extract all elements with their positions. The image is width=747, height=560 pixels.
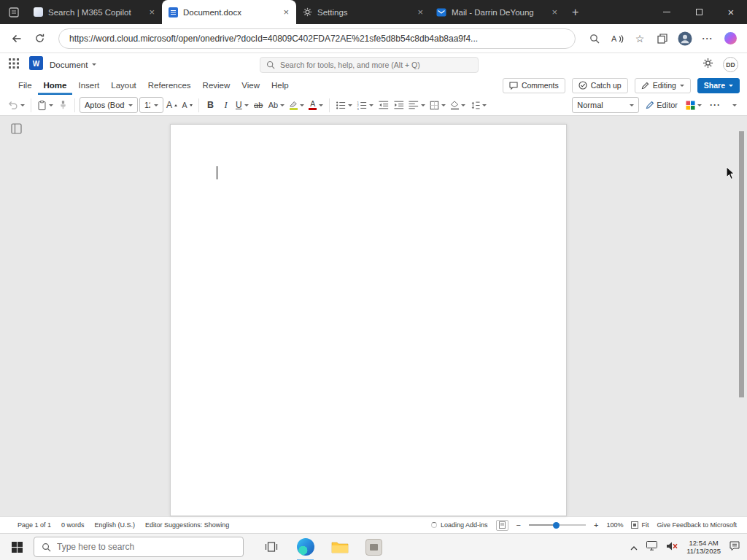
menu-file[interactable]: File bbox=[12, 76, 38, 95]
styles-select[interactable]: Normal bbox=[572, 97, 639, 113]
vertical-scrollbar[interactable] bbox=[739, 116, 745, 516]
address-input[interactable] bbox=[69, 34, 565, 44]
paste-button[interactable] bbox=[36, 96, 55, 114]
catch-up-button[interactable]: Catch up bbox=[572, 78, 628, 93]
word-count[interactable]: 0 words bbox=[61, 521, 85, 529]
shrink-font-button[interactable]: A bbox=[180, 96, 194, 114]
numbering-button[interactable]: 123 bbox=[355, 96, 375, 114]
action-center-icon[interactable] bbox=[729, 540, 740, 553]
close-window-button[interactable]: × bbox=[715, 0, 747, 24]
tab-close-icon[interactable]: × bbox=[147, 7, 156, 17]
new-tab-button[interactable]: + bbox=[565, 6, 586, 19]
share-button[interactable]: Share bbox=[697, 78, 740, 93]
align-button[interactable] bbox=[407, 96, 427, 114]
strikethrough-button[interactable]: ab bbox=[252, 96, 266, 114]
bullets-button[interactable] bbox=[334, 96, 354, 114]
search-icon[interactable] bbox=[587, 31, 603, 47]
borders-button[interactable] bbox=[428, 96, 447, 114]
taskbar-app-button[interactable] bbox=[357, 534, 391, 560]
menu-review[interactable]: Review bbox=[197, 76, 236, 95]
settings-gear-icon[interactable] bbox=[703, 58, 713, 71]
menu-insert[interactable]: Insert bbox=[72, 76, 105, 95]
app-launcher-icon[interactable] bbox=[9, 58, 19, 71]
maximize-button[interactable] bbox=[683, 0, 715, 24]
shading-button[interactable] bbox=[449, 96, 467, 114]
read-aloud-icon[interactable]: A bbox=[609, 31, 625, 47]
tab-close-icon[interactable]: × bbox=[550, 7, 559, 17]
format-painter-button[interactable] bbox=[56, 96, 70, 114]
app-search-bar[interactable] bbox=[260, 57, 479, 73]
document-page[interactable] bbox=[170, 124, 567, 516]
underline-button[interactable]: U bbox=[234, 96, 250, 114]
zoom-slider-knob[interactable] bbox=[553, 522, 560, 529]
undo-button[interactable] bbox=[6, 96, 26, 114]
browser-tab-mail[interactable]: Mail - Darrin DeYoung × bbox=[430, 0, 565, 24]
tab-close-icon[interactable]: × bbox=[282, 7, 290, 17]
font-size-select[interactable]: 12 bbox=[139, 97, 163, 113]
editor-pencil-icon bbox=[646, 101, 654, 109]
language-status[interactable]: English (U.S.) bbox=[95, 521, 136, 529]
app-search-input[interactable] bbox=[280, 61, 472, 69]
hidden-icons-chevron[interactable] bbox=[630, 540, 638, 553]
menu-references[interactable]: References bbox=[142, 76, 197, 95]
zoom-slider[interactable] bbox=[529, 524, 586, 526]
page-count[interactable]: Page 1 of 1 bbox=[18, 521, 51, 529]
font-color-button[interactable]: A bbox=[307, 96, 325, 114]
refresh-button[interactable] bbox=[31, 31, 47, 47]
collapse-ribbon-button[interactable] bbox=[727, 96, 741, 114]
ribbon-overflow-button[interactable]: ··· bbox=[708, 96, 722, 114]
italic-button[interactable]: I bbox=[219, 96, 233, 114]
feedback-link[interactable]: Give Feedback to Microsoft bbox=[657, 521, 737, 529]
editor-suggestions-status[interactable]: Editor Suggestions: Showing bbox=[145, 521, 229, 529]
document-title[interactable]: Document bbox=[50, 61, 88, 69]
volume-muted-icon[interactable] bbox=[666, 540, 678, 553]
taskbar-clock[interactable]: 12:54 AM 11/13/2025 bbox=[686, 539, 721, 555]
copilot-icon[interactable] bbox=[722, 31, 738, 47]
bold-button[interactable]: B bbox=[204, 96, 217, 114]
browser-tab-document[interactable]: Document.docx × bbox=[162, 0, 296, 24]
zoom-out-button[interactable]: − bbox=[516, 521, 521, 529]
minimize-button[interactable] bbox=[651, 0, 683, 24]
increase-indent-button[interactable] bbox=[392, 96, 406, 114]
back-button[interactable] bbox=[9, 31, 25, 47]
browser-profile-avatar[interactable] bbox=[677, 31, 693, 47]
fit-button[interactable]: Fit bbox=[641, 521, 649, 529]
scrollbar-thumb[interactable] bbox=[739, 131, 744, 397]
comments-button[interactable]: Comments bbox=[503, 78, 565, 93]
favorites-icon[interactable]: ☆ bbox=[632, 31, 648, 47]
edge-taskbar-button[interactable] bbox=[288, 534, 322, 560]
editing-mode-button[interactable]: Editing bbox=[635, 78, 691, 93]
editor-button[interactable]: Editor bbox=[644, 96, 679, 114]
font-name-select[interactable]: Aptos (Body) bbox=[80, 97, 138, 113]
change-case-button[interactable]: Ab bbox=[267, 96, 286, 114]
addins-icon[interactable] bbox=[496, 520, 508, 531]
menu-layout[interactable]: Layout bbox=[105, 76, 142, 95]
file-explorer-button[interactable] bbox=[322, 534, 357, 560]
add-ins-button[interactable] bbox=[684, 96, 703, 114]
taskbar-search-box[interactable] bbox=[34, 537, 244, 557]
collections-icon[interactable] bbox=[654, 31, 670, 47]
menu-view[interactable]: View bbox=[236, 76, 266, 95]
chevron-down-icon[interactable] bbox=[92, 63, 96, 66]
browser-menu-icon[interactable]: ··· bbox=[700, 31, 716, 47]
start-button[interactable] bbox=[0, 534, 34, 560]
zoom-level[interactable]: 100% bbox=[606, 521, 623, 529]
zoom-in-button[interactable]: + bbox=[594, 521, 598, 529]
task-view-button[interactable] bbox=[254, 534, 288, 560]
browser-tab-copilot[interactable]: Search | M365 Copilot × bbox=[28, 0, 162, 24]
line-spacing-button[interactable] bbox=[468, 96, 488, 114]
menu-help[interactable]: Help bbox=[266, 76, 295, 95]
tab-close-icon[interactable]: × bbox=[416, 7, 425, 17]
menu-home[interactable]: Home bbox=[38, 76, 73, 95]
navigation-pane-toggle[interactable] bbox=[11, 123, 22, 137]
taskbar-search-input[interactable] bbox=[57, 542, 236, 552]
highlight-button[interactable] bbox=[287, 96, 306, 114]
pencil-icon bbox=[641, 82, 649, 90]
address-bar[interactable] bbox=[58, 28, 576, 49]
user-avatar[interactable]: DD bbox=[723, 57, 738, 72]
network-icon[interactable] bbox=[646, 540, 657, 553]
grow-font-button[interactable]: A bbox=[165, 96, 179, 114]
decrease-indent-button[interactable] bbox=[376, 96, 390, 114]
tab-actions-icon[interactable] bbox=[0, 0, 28, 24]
browser-tab-settings[interactable]: Settings × bbox=[296, 0, 430, 24]
